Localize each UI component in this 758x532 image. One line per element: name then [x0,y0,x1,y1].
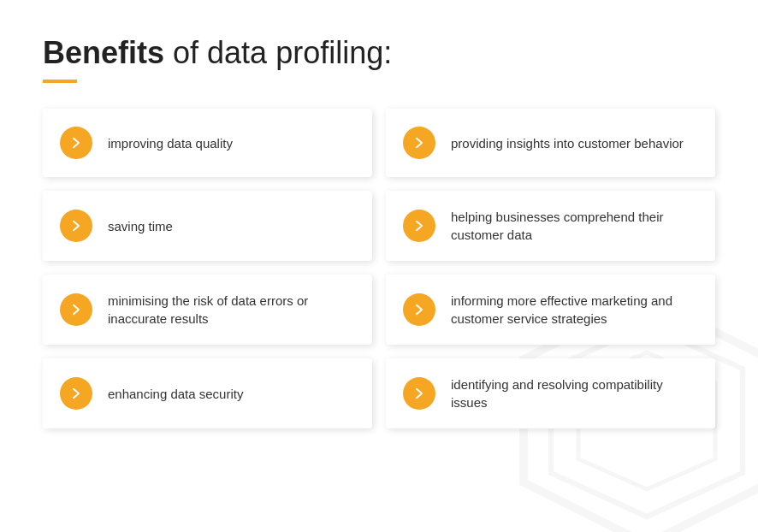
page-container: Benefits of data profiling: improving da… [0,0,758,463]
card-8: identifying and resolving compatibility … [386,358,715,429]
benefits-grid: improving data qualityproviding insights… [43,109,715,429]
arrow-circle-icon [60,210,92,242]
card-4: helping businesses comprehend their cust… [386,191,715,261]
card-2: providing insights into customer behavio… [386,109,715,177]
title-rest: of data profiling: [164,35,392,70]
card-text: enhancing data security [108,385,243,403]
card-text: providing insights into customer behavio… [451,134,684,152]
arrow-circle-icon [403,210,435,242]
card-text: helping businesses comprehend their cust… [451,208,698,244]
title-bold: Benefits [43,35,164,70]
card-text: informing more effective marketing and c… [451,292,698,328]
card-3: saving time [43,191,372,261]
arrow-circle-icon [60,293,92,326]
card-5: minimising the risk of data errors or in… [43,275,372,345]
arrow-circle-icon [60,127,92,159]
arrow-circle-icon [60,377,92,410]
title-underline [43,80,77,83]
card-text: identifying and resolving compatibility … [451,375,698,411]
arrow-circle-icon [403,127,435,159]
card-text: minimising the risk of data errors or in… [108,292,355,328]
arrow-circle-icon [403,377,435,410]
page-title: Benefits of data profiling: [43,34,715,71]
arrow-circle-icon [403,293,435,326]
title-section: Benefits of data profiling: [43,34,715,83]
card-1: improving data quality [43,109,372,177]
card-6: informing more effective marketing and c… [386,275,715,345]
card-text: saving time [108,217,173,235]
card-7: enhancing data security [43,358,372,429]
card-text: improving data quality [108,134,233,152]
